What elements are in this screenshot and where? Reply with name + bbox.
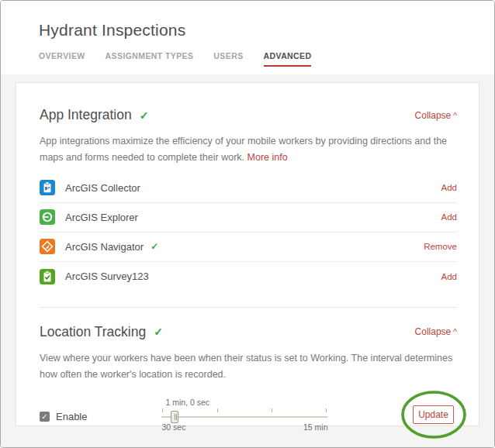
caret-up-icon: ^ <box>453 328 457 336</box>
explorer-icon <box>40 209 55 225</box>
location-tracking-collapse-link[interactable]: Collapse^ <box>415 326 457 337</box>
survey123-add-link[interactable]: Add <box>441 272 457 281</box>
caret-up-icon: ^ <box>453 112 457 120</box>
tab-bar: OVERVIEW ASSIGNMENT TYPES USERS ADVANCED <box>39 51 494 67</box>
page-header: Hydrant Inspections OVERVIEW ASSIGNMENT … <box>1 1 494 74</box>
app-row-collector: ArcGIS Collector Add <box>40 174 457 203</box>
app-name: ArcGIS Collector <box>65 182 140 194</box>
tick-mark <box>326 408 327 412</box>
app-row-explorer: ArcGIS Explorer Add <box>40 203 457 233</box>
location-tracking-section: Location Tracking ✓ Collapse^ View where… <box>40 324 457 432</box>
section-divider <box>40 307 457 308</box>
slider-ticks <box>161 408 327 412</box>
content-background: App Integration ✓ Collapse^ App integrat… <box>1 74 494 448</box>
location-tracking-controls: ✓ Enable 1 min, 0 sec <box>40 398 457 432</box>
tick-mark <box>217 408 218 412</box>
app-integration-description: App integrations maximize the efficiency… <box>40 133 457 167</box>
slider-max-label: 15 min <box>303 422 328 432</box>
interval-slider: 1 min, 0 sec 30 sec 15 min <box>161 398 327 432</box>
app-integration-collapse-link[interactable]: Collapse^ <box>415 110 457 121</box>
tick-mark <box>272 408 272 412</box>
enable-group: ✓ Enable <box>40 411 87 422</box>
tick-mark <box>162 408 163 412</box>
app-name: ArcGIS Navigator <box>65 241 144 253</box>
location-tracking-description: View where your workers have been when t… <box>40 350 457 384</box>
section-check-icon: ✓ <box>154 326 163 338</box>
location-tracking-title: Location Tracking <box>40 324 146 340</box>
slider-track[interactable] <box>161 416 327 418</box>
app-row-survey123: ArcGIS Survey123 Add <box>40 262 457 291</box>
collector-icon <box>40 180 55 195</box>
navigator-remove-link[interactable]: Remove <box>424 242 457 251</box>
workforce-window: Hydrant Inspections OVERVIEW ASSIGNMENT … <box>0 0 495 448</box>
enable-checkbox[interactable]: ✓ <box>40 412 50 422</box>
tab-assignment-types[interactable]: ASSIGNMENT TYPES <box>106 51 194 67</box>
update-button[interactable]: Update <box>413 405 454 424</box>
update-button-area: Update <box>413 405 454 424</box>
app-name: ArcGIS Explorer <box>65 212 138 223</box>
slider-min-label: 30 sec <box>161 422 185 432</box>
app-row-navigator: ArcGIS Navigator ✓ Remove <box>40 233 457 262</box>
app-integration-title: App Integration <box>40 107 132 123</box>
explorer-add-link[interactable]: Add <box>441 212 457 222</box>
section-check-icon: ✓ <box>140 109 149 122</box>
navigator-enabled-check-icon: ✓ <box>151 241 158 252</box>
tab-users[interactable]: USERS <box>213 51 243 67</box>
more-info-link[interactable]: More info <box>248 152 288 163</box>
slider-handle[interactable] <box>171 411 178 423</box>
app-integration-section: App Integration ✓ Collapse^ App integrat… <box>40 107 457 291</box>
app-list: ArcGIS Collector Add ArcGIS Explorer Add <box>40 174 457 291</box>
enable-label: Enable <box>56 411 87 422</box>
app-name: ArcGIS Survey123 <box>65 271 149 282</box>
tab-advanced[interactable]: ADVANCED <box>264 51 312 67</box>
navigator-icon <box>40 239 55 254</box>
page-title: Hydrant Inspections <box>39 21 494 40</box>
settings-card: App Integration ✓ Collapse^ App integrat… <box>16 82 479 426</box>
survey123-icon <box>40 269 55 284</box>
slider-current-value: 1 min, 0 sec <box>165 398 327 407</box>
tab-overview[interactable]: OVERVIEW <box>39 51 85 67</box>
collector-add-link[interactable]: Add <box>441 183 457 192</box>
